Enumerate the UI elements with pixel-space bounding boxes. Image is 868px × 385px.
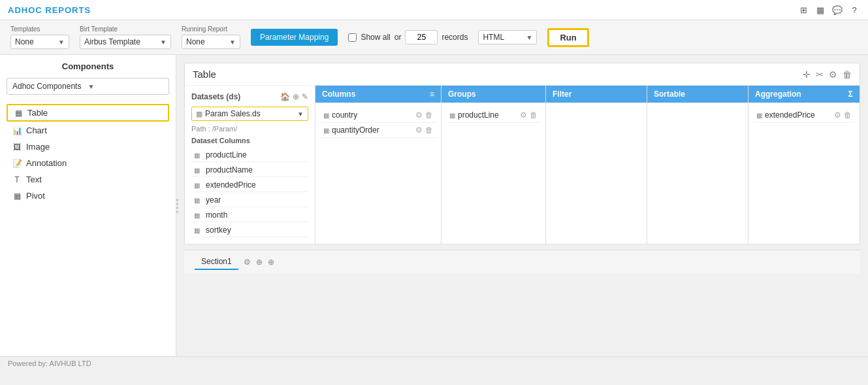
agg-extendedprice-icon: ▦: [756, 112, 762, 119]
section-add-circle-icon[interactable]: ⊕: [256, 258, 263, 267]
table-panel: Table ✛ ✂ ⚙ 🗑 Datasets (ds) 🏠 ⊕: [184, 63, 860, 244]
groups-panel-header: Groups: [442, 86, 545, 103]
param-mapping-button[interactable]: Parameter Mapping: [251, 29, 338, 46]
aggregation-panel: Aggregation Σ ▦ extendedPrice ⚙ 🗑: [748, 86, 860, 244]
chart-item-icon: 📊: [12, 126, 22, 135]
sidebar-dropdown[interactable]: Adhoc Components ▼: [7, 78, 169, 95]
col-icon-2: ▦: [194, 182, 203, 189]
sidebar-item-chart-label: Chart: [26, 126, 47, 135]
country-settings-icon[interactable]: ⚙: [415, 110, 423, 120]
sidebar-item-annotation[interactable]: 📝 Annotation: [7, 156, 169, 171]
dataset-columns-label: Dataset Columns: [191, 137, 308, 144]
dataset-edit-icon[interactable]: ✎: [302, 92, 308, 101]
bottom-tabs: Section1 ⚙ ⊕ ⊕: [184, 250, 860, 274]
col-quantityorder-actions: ⚙ 🗑: [415, 126, 433, 135]
sidebar-item-chart[interactable]: 📊 Chart: [7, 123, 169, 138]
datasets-label: Datasets (ds): [191, 92, 280, 101]
sidebar-drag-handle[interactable]: [176, 199, 178, 212]
sortable-panel: Sortable: [647, 86, 748, 244]
table-panel-icons: ✛ ✂ ⚙ 🗑: [803, 69, 852, 80]
table-move-icon[interactable]: ✛: [803, 69, 811, 80]
format-select[interactable]: HTML ▼: [478, 30, 537, 44]
sidebar-dropdown-label: Adhoc Components: [12, 82, 88, 91]
table-panel-title: Table: [193, 69, 803, 80]
group-productline-item[interactable]: ▦ productLine ⚙ 🗑: [447, 108, 540, 123]
show-all-checkbox[interactable]: [348, 33, 357, 42]
table-panel-header: Table ✛ ✂ ⚙ 🗑: [185, 63, 860, 86]
running-select[interactable]: None ▼: [182, 35, 240, 49]
agg-extendedprice-item[interactable]: ▦ extendedPrice ⚙ 🗑: [754, 108, 854, 123]
sidebar-item-table-label: Table: [27, 108, 48, 118]
sidebar-item-image[interactable]: 🖼 Image: [7, 139, 169, 154]
columns-header-icon: ≡: [430, 90, 434, 99]
extendedprice-settings-icon[interactable]: ⚙: [834, 110, 841, 120]
birt-group: Birt Template Airbus Template ▼: [80, 25, 171, 49]
datasets-panel: Datasets (ds) 🏠 ⊕ ✎ ▦ Param Sales.ds ▼ P…: [185, 86, 315, 244]
drag-dot-1: [176, 199, 178, 201]
agg-extendedprice-actions: ⚙ 🗑: [834, 110, 852, 120]
columns-panel-header: Columns ≡: [315, 86, 441, 103]
grp-productline-actions: ⚙ 🗑: [520, 110, 538, 120]
sortable-panel-label: Sortable: [654, 90, 685, 99]
country-delete-icon[interactable]: 🗑: [425, 110, 433, 120]
dataset-item[interactable]: ▦ Param Sales.ds ▼: [191, 107, 308, 121]
templates-chevron: ▼: [58, 39, 65, 46]
column-year[interactable]: ▦ year: [191, 193, 308, 207]
format-value: HTML: [483, 33, 504, 42]
footer: Powered by: AIVHUB LTD: [0, 356, 868, 370]
running-value: None: [186, 37, 205, 46]
datasets-header: Datasets (ds) 🏠 ⊕ ✎: [191, 92, 308, 101]
dataset-chevron-icon: ▼: [297, 110, 304, 118]
table-content: Datasets (ds) 🏠 ⊕ ✎ ▦ Param Sales.ds ▼ P…: [185, 86, 860, 244]
dataset-path: Path : /Param/: [191, 125, 308, 133]
format-chevron: ▼: [526, 34, 533, 41]
productline-delete-icon[interactable]: 🗑: [530, 110, 538, 120]
col-country-label: country: [332, 110, 357, 120]
column-quantityorder-item[interactable]: ▦ quantityOrder ⚙ 🗑: [321, 123, 436, 138]
column-country-item[interactable]: ▦ country ⚙ 🗑: [321, 108, 436, 123]
chat-icon[interactable]: 💬: [831, 4, 843, 16]
table-delete-icon[interactable]: 🗑: [843, 69, 852, 80]
groups-panel-label: Groups: [448, 90, 476, 99]
dataset-home-icon[interactable]: 🏠: [280, 92, 290, 101]
help-icon[interactable]: ?: [848, 4, 860, 16]
extendedprice-delete-icon[interactable]: 🗑: [844, 110, 852, 120]
show-all-group: Show all or records: [348, 30, 468, 44]
records-count-input[interactable]: [405, 30, 438, 44]
aggregation-panel-header: Aggregation Σ: [748, 86, 860, 103]
grid-icon[interactable]: ⊞: [797, 4, 809, 16]
section-plus-icon[interactable]: ⊕: [268, 258, 274, 267]
dataset-add-icon[interactable]: ⊕: [293, 92, 299, 101]
templates-label: Templates: [10, 25, 69, 33]
table-cut-icon[interactable]: ✂: [816, 69, 824, 80]
col-icon-1: ▦: [194, 167, 203, 174]
table-settings-icon[interactable]: ⚙: [829, 69, 837, 80]
column-sortkey[interactable]: ▦ sortkey: [191, 224, 308, 237]
section-settings-icon[interactable]: ⚙: [244, 258, 251, 267]
section1-tab[interactable]: Section1: [195, 254, 238, 270]
column-month[interactable]: ▦ month: [191, 209, 308, 222]
top-icons: ⊞ ▦ 💬 ?: [797, 4, 860, 16]
columns-panel-body: ▦ country ⚙ 🗑 ▦ quantityOrder ⚙: [315, 103, 441, 143]
sidebar-item-text[interactable]: T Text: [7, 172, 169, 187]
aggregation-panel-body: ▦ extendedPrice ⚙ 🗑: [748, 103, 860, 128]
productline-settings-icon[interactable]: ⚙: [520, 110, 527, 120]
sidebar-item-table[interactable]: ▦ Table: [7, 104, 169, 122]
sidebar-item-pivot[interactable]: ▦ Pivot: [7, 188, 169, 203]
drag-dot-4: [176, 210, 178, 212]
column-productname[interactable]: ▦ productName: [191, 163, 308, 177]
sidebar-dropdown-chevron: ▼: [88, 83, 164, 90]
birt-label: Birt Template: [80, 25, 171, 33]
run-button[interactable]: Run: [547, 28, 588, 47]
col-quantityorder-icon: ▦: [323, 127, 329, 134]
birt-select[interactable]: Airbus Template ▼: [80, 35, 171, 49]
annotation-item-icon: 📝: [12, 159, 22, 168]
templates-select[interactable]: None ▼: [10, 35, 69, 49]
column-productline[interactable]: ▦ productLine: [191, 148, 308, 162]
quantityorder-settings-icon[interactable]: ⚙: [415, 126, 423, 135]
column-extendedprice[interactable]: ▦ extendedPrice: [191, 178, 308, 192]
sidebar-item-text-label: Text: [26, 175, 42, 184]
table-icon[interactable]: ▦: [814, 4, 826, 16]
aggregation-panel-label: Aggregation: [755, 90, 801, 99]
quantityorder-delete-icon[interactable]: 🗑: [425, 126, 433, 135]
